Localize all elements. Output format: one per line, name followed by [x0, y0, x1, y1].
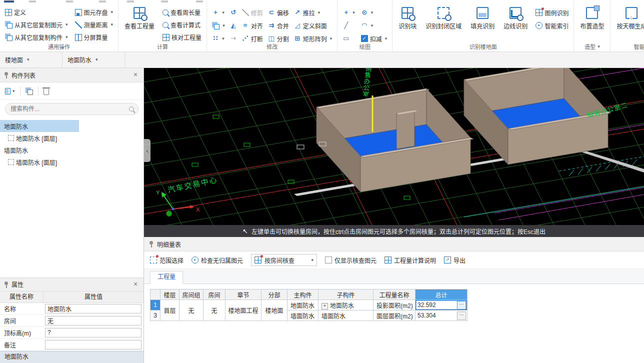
offset-label: 偏移: [277, 8, 289, 17]
col-chapter[interactable]: 章节: [226, 290, 262, 300]
prop-label-room: 房间: [0, 316, 43, 325]
col-sub-component[interactable]: 子构件: [318, 290, 374, 300]
row-number[interactable]: 1: [150, 300, 160, 310]
fill-recognize-button[interactable]: 填充识别: [468, 6, 497, 44]
circle-draw-button[interactable]: ⊙: [360, 6, 389, 19]
chevron-down-icon: [222, 24, 225, 28]
expand-icon[interactable]: [322, 303, 328, 310]
place-shape-icon: [586, 7, 598, 19]
chevron-down-icon: [66, 22, 68, 27]
rect-array-label: 矩形阵列: [303, 34, 327, 43]
more-button[interactable]: [457, 301, 466, 310]
trim-button[interactable]: 修剪: [240, 6, 264, 19]
trim-label: 修剪: [251, 8, 263, 17]
by-ceiling-generate-button[interactable]: 按天棚生成: [614, 6, 644, 44]
col-main-component[interactable]: 主构件: [288, 290, 318, 300]
define-button[interactable]: 定义: [4, 6, 70, 18]
move-button[interactable]: +: [210, 6, 226, 19]
tree-item-floor-waterproof-layer[interactable]: 地面防水 [面层]: [0, 132, 144, 144]
point-draw-button[interactable]: +: [341, 6, 356, 19]
rotate-button[interactable]: ↺: [228, 6, 238, 19]
copy-components-from-layer-button[interactable]: 从其它层复制构件: [4, 31, 70, 44]
cell-total[interactable]: 32.592: [416, 300, 468, 310]
prop-input-remark[interactable]: [45, 340, 142, 350]
offset-button[interactable]: ⊂偏移: [266, 6, 290, 19]
define-icon: [5, 9, 12, 16]
chevron-down-icon: [312, 258, 314, 262]
tree-item-wall-waterproof-layer[interactable]: 墙面防水 [面层]: [0, 156, 144, 168]
status-text: 左键单击可切换核量房间，按住ctrl点击房间图元可选择多个房间核量；双击总计列可…: [252, 227, 546, 236]
view-formula-button[interactable]: 查看计算式: [161, 18, 203, 31]
drawing-canvas[interactable]: X Y 汽车交易中心 销售办公室二 销售办公室 左键单击可切换核量房间，按住ct…: [144, 68, 644, 237]
col-room-group[interactable]: 房间组: [180, 290, 204, 300]
chevron-down-icon: [371, 24, 374, 28]
property-section-header[interactable]: 地面防水: [0, 351, 144, 363]
cell-total[interactable]: 53.304: [416, 310, 468, 321]
copy-component-icon: [7, 36, 12, 41]
align-button[interactable]: ≡对齐: [240, 19, 264, 32]
check-unowned-button[interactable]: 检查无归属图元: [192, 256, 243, 264]
check-mode-select[interactable]: 按房间核查: [251, 254, 317, 266]
col-room[interactable]: 房间: [204, 290, 226, 300]
col-division[interactable]: 分部: [262, 290, 288, 300]
copy-component-button[interactable]: [28, 90, 33, 95]
cell-floor: 首层: [160, 300, 180, 321]
push-pull-button[interactable]: ↗推拉: [292, 6, 334, 19]
row-number[interactable]: 3: [150, 310, 160, 321]
merge-button[interactable]: ⇉合并: [266, 19, 290, 32]
export-button[interactable]: 导出: [444, 256, 466, 264]
prop-input-top-elevation[interactable]: [45, 328, 142, 338]
component-selector[interactable]: 地面防水: [62, 52, 125, 68]
split-screen-button[interactable]: 分屏算量: [74, 31, 115, 44]
copy-button[interactable]: [210, 19, 226, 32]
tree-item-floor-waterproof[interactable]: 地面防水: [0, 120, 79, 132]
more-button[interactable]: [457, 312, 466, 320]
prop-input-room[interactable]: [45, 316, 142, 326]
category-selector[interactable]: 楼地面: [0, 52, 62, 68]
smart-index-icon: [536, 22, 542, 29]
tree-item-wall-waterproof[interactable]: 墙面防水: [0, 144, 144, 156]
table-row[interactable]: 1 首层 无 无 楼地面工程 楼地面 地面防水 地面防水 投影面积(m2) 32…: [150, 300, 468, 310]
room-check-icon: [254, 256, 262, 264]
check-quantity-button[interactable]: 核对工程量: [161, 31, 203, 44]
new-component-button[interactable]: [5, 88, 15, 94]
view-quantity-button[interactable]: 查看工程量: [122, 6, 157, 44]
edge-recognize-button[interactable]: 边线识别: [501, 6, 530, 44]
smart-index-button[interactable]: 智能索引: [534, 19, 570, 32]
group-label-shape[interactable]: 造型: [574, 42, 610, 50]
legend-recognize-button[interactable]: 图例识别: [534, 6, 570, 19]
recognize-block-icon: [402, 7, 414, 19]
recognize-closed-region-button[interactable]: 识别封闭区域: [423, 6, 464, 44]
only-show-checked-checkbox[interactable]: 仅显示核查图元: [325, 256, 376, 264]
range-select-button[interactable]: 范围选择: [150, 256, 184, 264]
copy-elements-from-layer-button[interactable]: 从其它层复制图元: [4, 18, 70, 31]
pin-icon[interactable]: [4, 281, 8, 288]
calc-note-button[interactable]: 工程量计算说明: [384, 256, 436, 264]
close-icon[interactable]: [132, 280, 140, 288]
save-elements-button[interactable]: 图元存盘: [74, 6, 115, 18]
properties-panel: 属性 属性名称 属性值 名称 房间 顶标高(m) 备注 地面防水: [0, 278, 144, 363]
search-input[interactable]: [10, 105, 126, 113]
col-quantity-name[interactable]: 工程量名称: [374, 290, 416, 300]
prop-input-name[interactable]: [45, 304, 142, 314]
component-select-bar: 楼地面 地面防水: [0, 52, 644, 68]
col-floor[interactable]: 楼层: [160, 290, 180, 300]
delete-component-button[interactable]: [44, 89, 49, 95]
line-draw-button[interactable]: ╱: [341, 19, 356, 32]
measure-distance-button[interactable]: 测量距离: [74, 18, 115, 31]
pin-icon[interactable]: [4, 72, 8, 78]
view-perimeter-label: 查看周长量: [170, 8, 200, 16]
collapse-panel-button[interactable]: [144, 139, 150, 162]
view-perimeter-button[interactable]: 查看周长量: [161, 6, 203, 18]
tab-quantity[interactable]: 工程量: [150, 271, 183, 284]
split-screen-icon: [75, 34, 82, 41]
pin-icon[interactable]: [149, 240, 154, 248]
place-shape-button[interactable]: 布置造型: [578, 6, 606, 44]
arc-draw-button[interactable]: ◠: [360, 19, 389, 32]
recognize-block-button[interactable]: 识别块: [396, 6, 419, 44]
define-slope-button[interactable]: ◿定义斜面: [292, 19, 334, 32]
mirror-button[interactable]: ◭: [228, 19, 238, 32]
col-total[interactable]: 总计: [416, 290, 468, 300]
close-icon[interactable]: [132, 71, 140, 79]
tree-item-label: 地面防水 [面层]: [16, 134, 57, 142]
